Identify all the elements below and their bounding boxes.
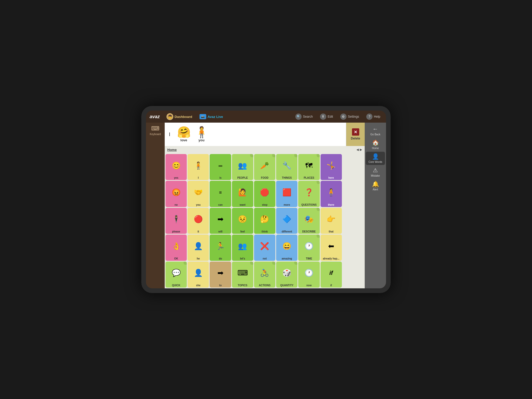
- cell-there[interactable]: 🧍 there: [321, 181, 342, 207]
- cell-topics[interactable]: ⌨ TOPICS: [232, 262, 253, 288]
- cell-now[interactable]: 🕐 now: [298, 262, 320, 288]
- cell-describe[interactable]: 🎭 DESCRIBE: [298, 208, 320, 234]
- alert-button[interactable]: 🔔 Alert: [366, 179, 385, 192]
- avatar-icon: 👦: [167, 113, 173, 120]
- word-you[interactable]: 🧍 you: [195, 127, 208, 142]
- cell-actions[interactable]: 🚴 ACTIONS: [254, 262, 275, 288]
- that-icon: 👉: [321, 209, 341, 230]
- cell-people[interactable]: 👥 PEOPLE: [232, 154, 253, 180]
- cell-stop[interactable]: 🛑 stop: [254, 181, 275, 207]
- sentence-row: I 🤗 love 🧍 you ✕ Delete: [165, 123, 365, 146]
- go-back-icon: ←: [373, 126, 378, 132]
- symbol-grid: 😊 yes 🧍 I ═ is 👥 PEOP: [165, 153, 365, 288]
- time-icon: 🕐: [299, 235, 319, 257]
- dashboard-nav[interactable]: 👦 Dashboard: [164, 112, 194, 121]
- topics-icon: ⌨: [232, 262, 253, 284]
- cell-different[interactable]: 🔷 different: [276, 208, 297, 234]
- grid-title: Home: [167, 148, 177, 152]
- sentence-bar[interactable]: I 🤗 love 🧍 you: [165, 123, 346, 146]
- cell-she[interactable]: 👤 she: [188, 262, 209, 288]
- home-button[interactable]: 🏠 Home: [366, 138, 385, 151]
- mistake-icon: ⚠: [373, 167, 378, 174]
- do-icon: 🏃: [210, 235, 230, 257]
- cell-please[interactable]: 🕴 please: [165, 208, 187, 234]
- it-icon: 🔴: [188, 209, 208, 230]
- quick-icon: 💬: [166, 262, 186, 284]
- amazing-icon: 😄: [277, 235, 297, 257]
- cell-if[interactable]: if if: [321, 262, 342, 288]
- love-image: 🤗: [177, 127, 191, 138]
- cell-time[interactable]: 🕐 TIME: [298, 235, 320, 261]
- settings-icon: ⚙: [340, 114, 347, 120]
- edit-action[interactable]: 🎙 Edit: [318, 113, 335, 121]
- no-icon: 😡: [166, 182, 186, 203]
- there-icon: 🧍: [321, 182, 341, 203]
- cell-yes[interactable]: 😊 yes: [165, 154, 187, 180]
- delete-x-icon: ✕: [352, 128, 359, 136]
- word-love[interactable]: 🤗 love: [177, 127, 191, 142]
- you-cell-icon: 🤝: [188, 182, 208, 203]
- cell-quick[interactable]: 💬 QUICK: [165, 262, 187, 288]
- places-icon: 🗺: [299, 155, 319, 176]
- quantity-icon: 🎲: [277, 262, 297, 284]
- she-icon: 👤: [188, 262, 208, 284]
- cell-want[interactable]: 🙋 want: [232, 181, 253, 207]
- will-icon: ➡: [210, 209, 230, 230]
- think-icon: 🤔: [255, 209, 275, 230]
- go-back-button[interactable]: ← Go Back: [366, 124, 385, 137]
- more-icon: 🟥: [277, 182, 297, 203]
- cell-will[interactable]: ➡ will: [210, 208, 231, 234]
- cell-he[interactable]: 👤 he: [188, 235, 209, 261]
- avaz-live-nav[interactable]: 📷 Avaz Live: [197, 113, 225, 120]
- search-icon: 🔍: [295, 114, 302, 120]
- yes-icon: 😊: [166, 155, 186, 176]
- device-frame: avaz 👦 Dashboard 📷 Avaz Live 🔍 Search 🎙 …: [141, 106, 391, 293]
- cell-more[interactable]: 🟥 more: [276, 181, 297, 207]
- cell-lets[interactable]: 👥 let's: [232, 235, 253, 261]
- stop-icon: 🛑: [255, 182, 275, 203]
- right-panel: ← Go Back 🏠 Home 👤 Core Words ⚠ Mistake …: [365, 123, 386, 288]
- edit-icon: 🎙: [320, 114, 326, 120]
- cell-empty-5: [343, 262, 364, 288]
- lets-icon: 👥: [232, 235, 253, 257]
- nav-prev[interactable]: ◀: [356, 148, 359, 151]
- nav-next[interactable]: ▶: [360, 148, 362, 151]
- cell-places[interactable]: 🗺 PLACES: [298, 154, 320, 180]
- cell-i[interactable]: 🧍 I: [188, 154, 209, 180]
- cell-amazing[interactable]: 😄 amazing: [276, 235, 297, 261]
- cell-is[interactable]: ═ is: [210, 154, 231, 180]
- help-icon: ?: [366, 114, 373, 120]
- cell-feel[interactable]: 😣 feel: [232, 208, 253, 234]
- cell-can[interactable]: ≡ can: [210, 181, 231, 207]
- top-bar: avaz 👦 Dashboard 📷 Avaz Live 🔍 Search 🎙 …: [146, 111, 386, 123]
- people-icon: 👥: [232, 155, 253, 176]
- cell-that[interactable]: 👉 that: [321, 208, 342, 234]
- cell-you[interactable]: 🤝 you: [188, 181, 209, 207]
- cell-it[interactable]: 🔴 it: [188, 208, 209, 234]
- cell-food[interactable]: 🥕 FOOD: [254, 154, 275, 180]
- delete-button[interactable]: ✕ Delete: [346, 123, 365, 146]
- cell-no[interactable]: 😡 no: [165, 181, 187, 207]
- cell-quantity[interactable]: 🎲 QUANTITY: [276, 262, 297, 288]
- cell-do[interactable]: 🏃 do: [210, 235, 231, 261]
- cell-ok[interactable]: 👌 OK: [165, 235, 187, 261]
- cell-here[interactable]: 🤸 here: [321, 154, 342, 180]
- search-action[interactable]: 🔍 Search: [293, 113, 315, 121]
- cell-already-hap[interactable]: ⬅ already hap...: [321, 235, 342, 261]
- settings-action[interactable]: ⚙ Settings: [338, 113, 361, 121]
- cell-think[interactable]: 🤔 think: [254, 208, 275, 234]
- he-icon: 👤: [188, 235, 208, 257]
- cell-things[interactable]: 🔧 THINGS: [276, 154, 297, 180]
- help-action[interactable]: ? Help: [364, 113, 382, 121]
- app-screen: avaz 👦 Dashboard 📷 Avaz Live 🔍 Search 🎙 …: [146, 111, 386, 288]
- questions-icon: ❓: [299, 182, 319, 203]
- keyboard-button[interactable]: ⌨ Keyboard: [150, 125, 161, 136]
- cursor-text: I: [169, 131, 170, 137]
- mistake-button[interactable]: ⚠ Mistake: [366, 165, 385, 179]
- cell-not[interactable]: ❌ not: [254, 235, 275, 261]
- now-icon: 🕐: [299, 262, 319, 284]
- core-words-icon: 👤: [372, 153, 379, 160]
- core-words-button[interactable]: 👤 Core Words: [366, 152, 385, 165]
- cell-questions[interactable]: ❓ QUESTIONS: [298, 181, 320, 207]
- cell-to[interactable]: ➡ to: [210, 262, 231, 288]
